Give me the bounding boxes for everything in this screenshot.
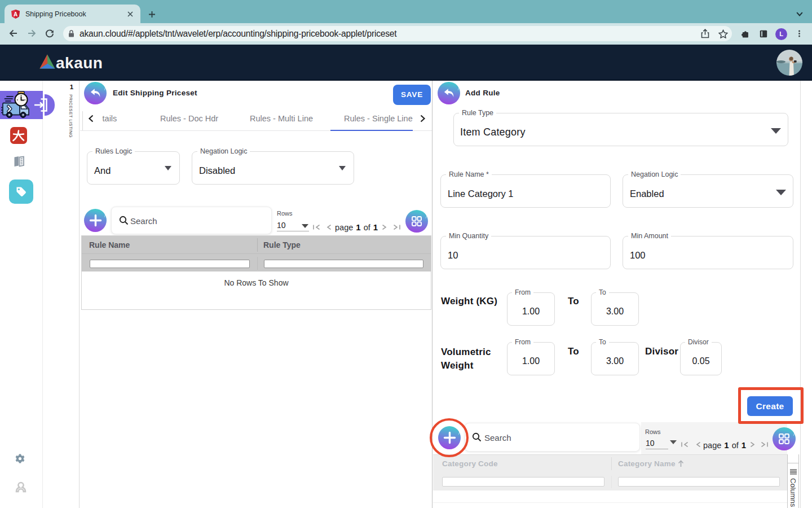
svg-text:A: A — [14, 11, 17, 17]
